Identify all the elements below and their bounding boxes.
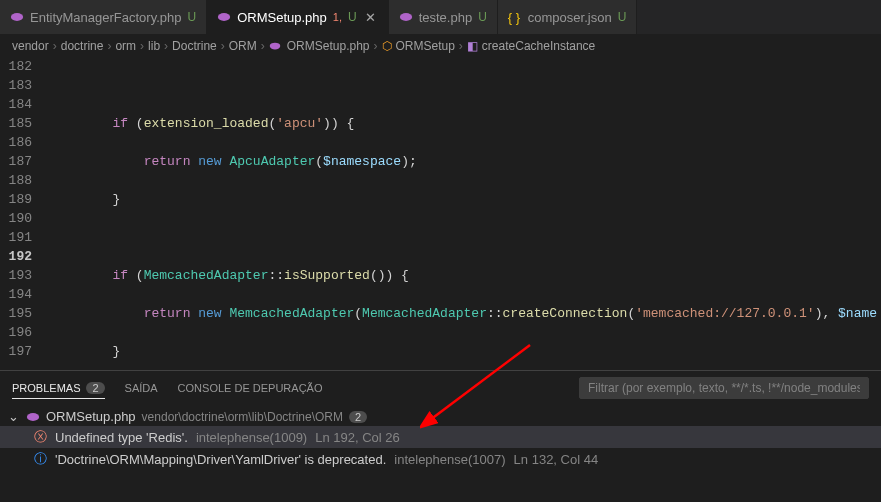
php-icon [217, 10, 231, 24]
tab-label: teste.php [419, 10, 473, 25]
problems-filter-input[interactable] [579, 377, 869, 399]
problem-message: Undefined type 'Redis'. [55, 430, 188, 445]
panel-tab-saida[interactable]: SAÍDA [125, 378, 158, 398]
problems-panel: PROBLEMAS 2 SAÍDA CONSOLE DE DEPURAÇÃO ⌄… [0, 370, 881, 502]
line-gutter: 1821831841851861871881891901911921931941… [0, 57, 50, 370]
panel-tab-problemas[interactable]: PROBLEMAS 2 [12, 378, 105, 399]
breadcrumb[interactable]: vendor› doctrine› orm› lib› Doctrine› OR… [0, 35, 881, 57]
file-problem-count: 2 [349, 411, 367, 423]
php-icon [269, 39, 283, 53]
close-icon[interactable]: ✕ [363, 8, 378, 27]
breadcrumb-segment[interactable]: Doctrine [172, 39, 217, 53]
svg-point-2 [400, 13, 412, 21]
class-icon: ⬡ [382, 39, 392, 53]
php-icon [26, 410, 40, 424]
problem-item[interactable]: ⓘ 'Doctrine\ORM\Mapping\Driver\YamlDrive… [0, 448, 881, 470]
git-status-badge: U [348, 10, 357, 24]
breadcrumb-segment[interactable]: orm [115, 39, 136, 53]
tab-label: ORMSetup.php [237, 10, 327, 25]
breadcrumb-segment[interactable]: ORM [229, 39, 257, 53]
problem-file-path: vendor\doctrine\orm\lib\Doctrine\ORM [142, 410, 343, 424]
breadcrumb-segment[interactable]: lib [148, 39, 160, 53]
problem-item[interactable]: ⓧ Undefined type 'Redis'. intelephense(1… [0, 426, 881, 448]
php-icon [399, 10, 413, 24]
error-icon: ⓧ [34, 428, 47, 446]
tabs-bar: EntityManagerFactory.php U ORMSetup.php … [0, 0, 881, 35]
code-content[interactable]: if (extension_loaded('apcu')) { return n… [50, 57, 881, 370]
svg-point-3 [270, 43, 281, 50]
panel-tabs: PROBLEMAS 2 SAÍDA CONSOLE DE DEPURAÇÃO [0, 371, 881, 405]
tab-label: composer.json [528, 10, 612, 25]
tab-teste[interactable]: teste.php U [389, 0, 498, 34]
svg-point-0 [11, 13, 23, 21]
problems-count-badge: 2 [86, 382, 104, 394]
problems-list: ⌄ ORMSetup.php vendor\doctrine\orm\lib\D… [0, 405, 881, 502]
breadcrumb-symbol[interactable]: createCacheInstance [482, 39, 595, 53]
problem-source: intelephense(1007) [394, 452, 505, 467]
tab-label: EntityManagerFactory.php [30, 10, 182, 25]
method-icon: ◧ [467, 39, 478, 53]
tab-composer[interactable]: { } composer.json U [498, 0, 638, 34]
git-status-badge: U [188, 10, 197, 24]
problem-file-group[interactable]: ⌄ ORMSetup.php vendor\doctrine\orm\lib\D… [0, 407, 881, 426]
problem-location: Ln 192, Col 26 [315, 430, 400, 445]
panel-tab-console[interactable]: CONSOLE DE DEPURAÇÃO [178, 378, 323, 398]
chevron-down-icon[interactable]: ⌄ [8, 409, 20, 424]
svg-point-1 [218, 13, 230, 21]
problem-file-name: ORMSetup.php [46, 409, 136, 424]
tab-ormsetup[interactable]: ORMSetup.php 1, U ✕ [207, 0, 388, 34]
tab-error-count: 1, [333, 11, 342, 23]
json-icon: { } [508, 10, 522, 24]
breadcrumb-segment[interactable]: doctrine [61, 39, 104, 53]
breadcrumb-file[interactable]: ORMSetup.php [287, 39, 370, 53]
git-status-badge: U [478, 10, 487, 24]
tab-entitymanagerfactory[interactable]: EntityManagerFactory.php U [0, 0, 207, 34]
problem-source: intelephense(1009) [196, 430, 307, 445]
svg-point-4 [27, 413, 39, 421]
php-icon [10, 10, 24, 24]
git-status-badge: U [618, 10, 627, 24]
breadcrumb-symbol[interactable]: ORMSetup [396, 39, 455, 53]
breadcrumb-segment[interactable]: vendor [12, 39, 49, 53]
info-icon: ⓘ [34, 450, 47, 468]
editor[interactable]: 1821831841851861871881891901911921931941… [0, 57, 881, 370]
problem-location: Ln 132, Col 44 [514, 452, 599, 467]
problem-message: 'Doctrine\ORM\Mapping\Driver\YamlDriver'… [55, 452, 386, 467]
